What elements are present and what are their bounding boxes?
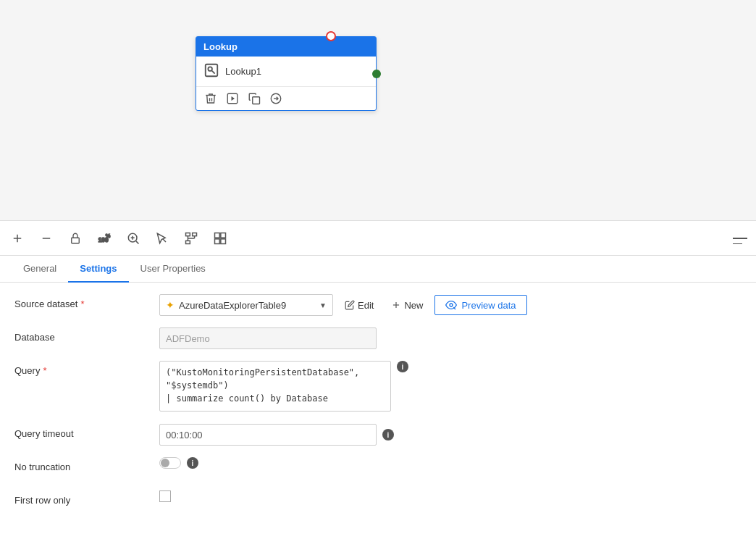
source-dataset-dropdown[interactable]: ✦ AzureDataExplorerTable9 ▼ bbox=[159, 294, 333, 316]
no-truncation-info-icon: i bbox=[187, 457, 198, 469]
database-row: Database bbox=[14, 327, 742, 351]
fit-view-icon[interactable]: 100 % bbox=[96, 230, 113, 247]
svg-rect-19 bbox=[193, 233, 197, 235]
first-row-only-row: First row only bbox=[14, 490, 742, 514]
svg-point-30 bbox=[450, 304, 453, 306]
select-icon[interactable] bbox=[154, 230, 171, 247]
preview-data-label: Preview data bbox=[461, 300, 516, 311]
svg-rect-24 bbox=[215, 233, 220, 238]
dropdown-arrow-icon: ▼ bbox=[319, 301, 327, 309]
first-row-only-controls bbox=[159, 490, 742, 502]
first-row-only-checkbox[interactable] bbox=[159, 490, 171, 502]
no-truncation-label: No truncation bbox=[14, 457, 159, 472]
lookup-node-header: Lookup bbox=[196, 37, 376, 57]
svg-rect-11 bbox=[72, 238, 80, 243]
zoom-fit-icon[interactable] bbox=[125, 230, 142, 247]
query-timeout-row: Query timeout i bbox=[14, 424, 742, 447]
svg-rect-5 bbox=[253, 97, 260, 104]
tab-general[interactable]: General bbox=[12, 256, 68, 283]
query-required-indicator: * bbox=[43, 365, 46, 376]
svg-rect-18 bbox=[186, 233, 190, 235]
svg-line-15 bbox=[136, 241, 139, 243]
connect-icon[interactable] bbox=[269, 91, 283, 106]
connector-dot bbox=[372, 70, 381, 78]
source-dataset-row: Source dataset * ✦ AzureDataExplorerTabl… bbox=[14, 294, 742, 317]
no-truncation-controls: i bbox=[159, 457, 742, 469]
preview-data-button[interactable]: Preview data bbox=[434, 295, 526, 315]
lookup-body-icon bbox=[203, 62, 219, 80]
tab-user-properties[interactable]: User Properties bbox=[129, 256, 217, 283]
new-button[interactable]: New bbox=[385, 297, 429, 314]
node-type-label: Lookup bbox=[203, 41, 238, 52]
remove-icon[interactable] bbox=[38, 230, 55, 247]
lookup-node: Lookup Lookup1 bbox=[196, 36, 377, 111]
database-input[interactable] bbox=[159, 327, 377, 349]
add-icon[interactable] bbox=[9, 230, 26, 247]
run-icon[interactable] bbox=[225, 91, 240, 106]
query-timeout-input[interactable] bbox=[159, 424, 377, 446]
copy-icon[interactable] bbox=[247, 91, 261, 106]
query-info-icon: i bbox=[397, 361, 408, 372]
grid-icon[interactable] bbox=[211, 230, 229, 247]
query-timeout-info-icon: i bbox=[382, 429, 394, 440]
query-timeout-controls: i bbox=[159, 424, 742, 446]
auto-layout-icon[interactable] bbox=[182, 230, 200, 247]
no-truncation-row: No truncation i bbox=[14, 457, 742, 480]
new-label: New bbox=[404, 300, 423, 311]
tabs-bar: General Settings User Properties bbox=[0, 256, 756, 283]
source-dataset-label: Source dataset * bbox=[14, 294, 159, 309]
svg-rect-26 bbox=[215, 238, 220, 243]
edit-button[interactable]: Edit bbox=[339, 297, 379, 314]
edit-label: Edit bbox=[358, 300, 374, 311]
database-label: Database bbox=[14, 327, 159, 343]
query-textarea[interactable]: ("KustoMonitoringPersistentDatabase", "$… bbox=[159, 361, 391, 412]
no-truncation-toggle[interactable] bbox=[159, 457, 181, 469]
query-label: Query * bbox=[14, 361, 159, 376]
bottom-panel: General Settings User Properties Source … bbox=[0, 256, 756, 547]
canvas-area: Lookup Lookup1 bbox=[0, 0, 756, 221]
settings-form: Source dataset * ✦ AzureDataExplorerTabl… bbox=[0, 283, 756, 535]
query-timeout-label: Query timeout bbox=[14, 424, 159, 439]
top-circle-indicator bbox=[326, 31, 336, 41]
svg-line-2 bbox=[212, 71, 215, 74]
query-row: Query * ("KustoMonitoringPersistentDatab… bbox=[14, 361, 742, 414]
toolbar-collapse[interactable]: — bbox=[733, 238, 747, 239]
svg-text:%: % bbox=[106, 233, 111, 239]
node-name-label: Lookup1 bbox=[225, 66, 261, 77]
svg-point-1 bbox=[208, 67, 212, 71]
query-textarea-area: ("KustoMonitoringPersistentDatabase", "$… bbox=[159, 361, 391, 414]
tab-settings[interactable]: Settings bbox=[68, 256, 128, 283]
svg-rect-20 bbox=[186, 241, 190, 243]
database-controls bbox=[159, 327, 742, 349]
dataset-type-icon: ✦ bbox=[166, 299, 175, 311]
toolbar: 100 % — bbox=[0, 221, 756, 256]
lock-icon[interactable] bbox=[67, 230, 84, 247]
svg-rect-27 bbox=[221, 238, 226, 243]
svg-marker-4 bbox=[232, 96, 235, 101]
dataset-value: AzureDataExplorerTable9 bbox=[179, 300, 315, 311]
lookup-node-body: Lookup1 bbox=[196, 57, 376, 87]
toggle-thumb bbox=[161, 459, 169, 467]
source-dataset-controls: ✦ AzureDataExplorerTable9 ▼ Edit bbox=[159, 294, 742, 316]
lookup-node-actions bbox=[196, 87, 376, 110]
delete-icon[interactable] bbox=[203, 91, 218, 106]
first-row-only-label: First row only bbox=[14, 490, 159, 506]
svg-rect-25 bbox=[221, 233, 226, 238]
required-indicator: * bbox=[80, 298, 84, 309]
